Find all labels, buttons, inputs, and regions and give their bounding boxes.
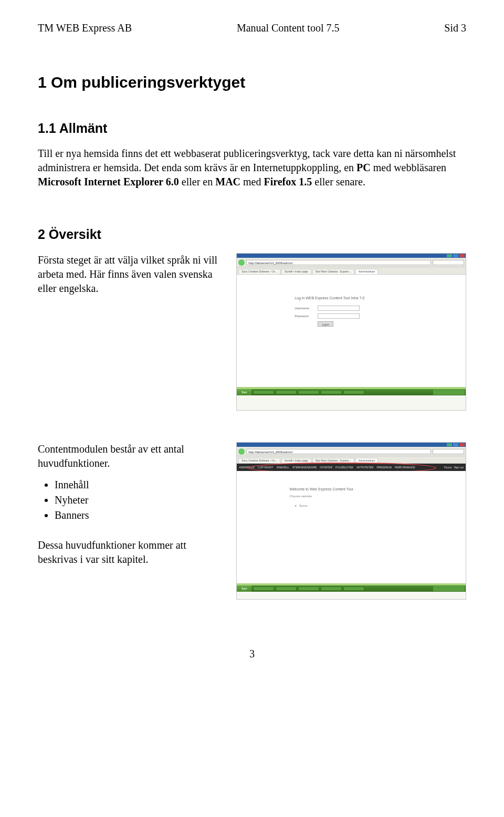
minimize-icon: [447, 254, 452, 257]
tab-item: Sunfall • Index page: [281, 458, 311, 463]
login-button: Log in: [318, 321, 333, 327]
close-icon: [459, 254, 465, 257]
maximize-icon: [453, 443, 458, 446]
page-number: 3: [38, 647, 466, 661]
password-input: [318, 313, 360, 319]
system-tray: [433, 390, 465, 395]
taskbar-item: [343, 390, 364, 394]
admin-menu-item: PRESSRUM: [376, 466, 391, 469]
admin-menu-item: ÅTERHANDSIDARE: [292, 466, 317, 469]
admin-menu-item: PERFORMANCE: [395, 466, 415, 469]
tab-item: Administration: [355, 458, 379, 463]
para-contentmodul: Contentmodulen består av ett antal huvud…: [38, 442, 226, 470]
taskbar-item: [321, 586, 342, 591]
admin-menu-item: NYHETER: [320, 466, 332, 469]
admin-menu-item: FOLKBILOTEK: [335, 466, 353, 469]
screenshot-login: http://labserver/mf_2006/admin/ Sony Cre…: [236, 253, 466, 411]
taskbar-item: [253, 586, 274, 591]
password-label: Password: [295, 314, 313, 318]
para-allmant: Till er nya hemsida finns det ett webbas…: [38, 146, 466, 189]
para-oversikt: Första steget är att välja vilket språk …: [38, 253, 226, 296]
login-panel: Log in WEB Express Content Tool Intra 7.…: [295, 296, 400, 327]
login-title: Log in WEB Express Content Tool Intra 7.…: [295, 296, 400, 300]
list-item: Nyheter: [55, 493, 226, 507]
start-button: Start: [237, 585, 251, 592]
system-tray: [433, 586, 465, 591]
h1-om-publiceringsverktyget: 1 Om publiceringsverktyget: [38, 72, 466, 93]
start-button: Start: [237, 389, 251, 395]
search-box: [433, 449, 464, 454]
admin-menu-item: INNEHÅLL: [277, 466, 289, 469]
username-label: Username: [295, 306, 313, 310]
admin-signout: Flyous · Sign out: [444, 466, 464, 469]
header-page-label: Sid 3: [444, 21, 466, 35]
taskbar: Start: [237, 585, 466, 592]
header-company: TM WEB Express AB: [38, 21, 132, 35]
taskbar-item: [253, 390, 274, 394]
browser-tabs: Sony Creative Software - On... Sunfall •…: [237, 267, 466, 275]
close-icon: [459, 443, 465, 446]
taskbar-item: [343, 586, 364, 591]
welcome-title: Welcome to Web Express Content Tool: [289, 487, 353, 491]
tab-item: Star Wars Galaxies - Expans...: [312, 269, 354, 274]
list-item: Banners: [55, 508, 226, 522]
browser-toolbar: http://labserver/mf_2006/admin/: [237, 447, 466, 456]
maximize-icon: [453, 254, 458, 257]
admin-menu-item: AKTIVITETER: [356, 466, 373, 469]
welcome-sub: Choose website: [289, 494, 312, 498]
tab-item: Sunfall • Index page: [281, 269, 311, 274]
tab-item: Sony Creative Software - On...: [238, 269, 280, 274]
taskbar-item: [298, 390, 319, 394]
admin-menu-item: ADMINPAGE: [239, 466, 255, 469]
address-bar: http://labserver/mf_2006/admin/: [246, 449, 431, 454]
screenshot-admin: http://labserver/mf_2006/admin/ Sony Cre…: [236, 442, 466, 600]
username-input: [318, 306, 360, 311]
back-icon: [238, 448, 245, 455]
minimize-icon: [447, 443, 452, 446]
list-item: Innehåll: [55, 478, 226, 492]
taskbar-item: [276, 586, 297, 591]
h2-allmant: 1.1 Allmänt: [38, 120, 466, 138]
tab-item: Administration: [355, 269, 379, 274]
page-content: Welcome to Web Express Content Tool Choo…: [237, 471, 466, 592]
taskbar: Start: [237, 389, 466, 395]
browser-tabs: Sony Creative Software - On... Sunfall •…: [237, 456, 466, 464]
window-titlebar: [237, 254, 466, 258]
taskbar-item: [321, 390, 342, 394]
header-doc-title: Manual Content tool 7.5: [237, 21, 340, 35]
h2-oversikt: 2 Översikt: [38, 226, 466, 244]
taskbar-item: [298, 586, 319, 591]
back-icon: [238, 259, 245, 266]
tab-item: Sony Creative Software - On...: [238, 458, 280, 463]
website-item: flyous: [295, 504, 308, 508]
page-content: Log in WEB Express Content Tool Intra 7.…: [237, 275, 466, 395]
admin-menu-item: COPYRIGHT: [258, 466, 274, 469]
search-box: [433, 260, 464, 265]
address-bar: http://labserver/mf_2006/admin/: [246, 260, 431, 265]
para-huvudfunktioner: Dessa huvudfunktioner kommer att beskriv…: [38, 538, 226, 567]
tab-item: Star Wars Galaxies - Expans...: [312, 458, 354, 463]
page-header: TM WEB Express AB Manual Content tool 7.…: [38, 21, 466, 35]
browser-toolbar: http://labserver/mf_2006/admin/: [237, 258, 466, 267]
function-list: Innehåll Nyheter Banners: [55, 478, 226, 522]
admin-menu-bar: ADMINPAGE COPYRIGHT INNEHÅLL ÅTERHANDSID…: [237, 464, 466, 471]
taskbar-item: [276, 390, 297, 394]
window-titlebar: [237, 443, 466, 447]
